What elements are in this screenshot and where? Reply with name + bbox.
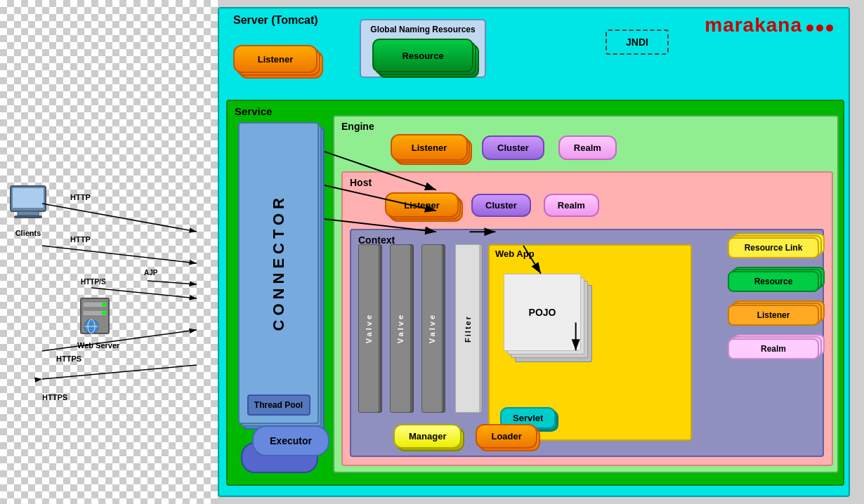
valve1-stack: Valve [358, 244, 379, 413]
valve3-stack: Valve [421, 244, 443, 413]
host-realm-btn: Realm [544, 194, 599, 217]
server-label: Server (Tomcat) [233, 14, 318, 27]
pojo-label: POJO [529, 307, 556, 318]
valve2-text: Valve [396, 313, 405, 343]
svg-text:HTTP: HTTP [70, 235, 91, 244]
connector-text-wrap: CONNECTOR [270, 131, 288, 394]
resource-link-stack: Resource Link [728, 237, 819, 258]
webapp-box: Web App POJO [488, 244, 692, 441]
pojo-box: POJO [504, 274, 581, 351]
filter-stack: Filter [455, 244, 480, 413]
engine-realm-btn: Realm [558, 135, 617, 160]
valve1-text: Valve [365, 313, 373, 343]
manager-stack: Manager [393, 424, 462, 449]
engine-listener-btn: Listener [391, 134, 468, 161]
global-naming-resources: Global Naming Resources Resource [360, 19, 486, 78]
resource-link-btn: Resource Link [728, 237, 819, 258]
svg-text:AJP: AJP [144, 269, 158, 277]
engine-listener-stack: Listener [391, 134, 468, 161]
server-diagram: Server (Tomcat) marakana Global Naming R… [218, 7, 850, 497]
svg-line-33 [42, 365, 197, 379]
webapp-label: Web App [495, 248, 535, 259]
valve1-main: Valve [358, 244, 379, 413]
svg-line-31 [42, 330, 197, 351]
svg-line-27 [91, 288, 197, 298]
svg-line-23 [42, 204, 197, 232]
context-realm-btn: Realm [728, 338, 819, 359]
loader-btn: Loader [476, 424, 537, 449]
brand-logo: marakana [705, 14, 834, 37]
manager-btn: Manager [393, 424, 462, 449]
global-resource-stack: Resource [372, 39, 473, 72]
svg-line-29 [148, 281, 197, 284]
filter-main: Filter [455, 244, 480, 413]
host-cluster-btn: Cluster [471, 194, 531, 217]
svg-text:HTTPS: HTTPS [56, 354, 81, 363]
executor-stack: Executor [238, 439, 315, 470]
context-bottom-row: Manager Loader [393, 424, 537, 449]
engine-components-row: Listener Cluster Realm [391, 134, 617, 161]
valve3-main: Valve [421, 244, 443, 413]
svg-text:HTTP: HTTP [70, 193, 91, 201]
host-listener-btn: Listener [385, 192, 459, 218]
context-box: Context Valve [350, 229, 824, 457]
context-resource-btn: Resource [728, 271, 819, 292]
host-box: Host Listener Cluster [341, 171, 833, 466]
host-listener-stack: Listener [385, 192, 459, 218]
valve2-main: Valve [390, 244, 411, 413]
context-resource-stack: Resource [728, 271, 819, 292]
engine-label: Engine [341, 121, 374, 132]
connector-stack: CONNECTOR Thread Pool [238, 122, 319, 424]
service-box: Service CONNECTOR Thread Pool Executor [226, 100, 844, 486]
connector-text: CONNECTOR [270, 194, 288, 331]
svg-text:HTTP/S: HTTP/S [81, 278, 106, 286]
svg-line-25 [42, 246, 197, 263]
filter-area: Filter [455, 244, 480, 413]
service-label: Service [235, 105, 272, 117]
connector-main: CONNECTOR Thread Pool [238, 122, 319, 424]
brand-dots [805, 14, 834, 37]
context-right-stack: Resource Link Resource [728, 237, 819, 369]
valve2-stack: Valve [390, 244, 411, 413]
pojo-area: POJO [504, 274, 595, 372]
tomcat-label: Tomcat [275, 14, 315, 26]
context-listener-stack: Listener [728, 305, 819, 326]
top-listener-stack: Listener [233, 45, 318, 73]
protocol-arrows: HTTP HTTP HTTP/S AJP HTTPS HTTPS [0, 161, 211, 442]
filter-text: Filter [464, 315, 472, 343]
top-listener-btn: Listener [233, 45, 318, 73]
loader-stack: Loader [476, 424, 537, 449]
engine-cluster-btn: Cluster [482, 135, 544, 160]
jndi-box: JNDI [606, 29, 669, 55]
thread-pool-box: Thread Pool [247, 394, 310, 416]
valve3-area: Valve [421, 244, 443, 413]
global-resource-btn: Resource [372, 39, 473, 72]
context-realm-stack: Realm [728, 338, 819, 359]
valve1-area: Valve [358, 244, 379, 413]
host-components-row: Listener Cluster Realm [385, 192, 599, 218]
context-listener-btn: Listener [728, 305, 819, 326]
valve3-text: Valve [428, 313, 436, 343]
valve2-area: Valve [390, 244, 411, 413]
executor-box: Executor [252, 425, 329, 456]
host-label: Host [350, 177, 372, 188]
engine-box: Engine Listener Cluster Realm [333, 115, 839, 473]
global-naming-title: Global Naming Resources [367, 25, 479, 34]
svg-text:HTTPS: HTTPS [42, 393, 67, 402]
